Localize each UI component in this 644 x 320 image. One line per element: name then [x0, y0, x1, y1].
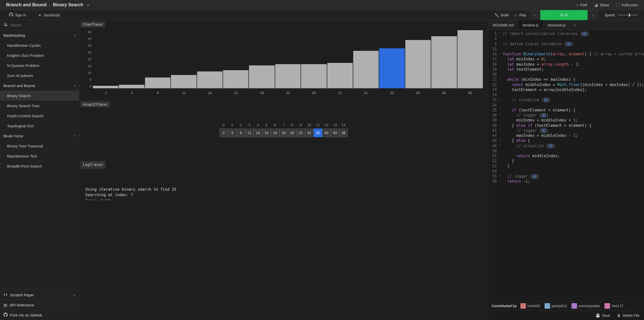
- code-line[interactable]: 4: [488, 36, 644, 41]
- play-button[interactable]: ▷ Play: [512, 10, 529, 20]
- nav-item[interactable]: Depth-Limited Search: [0, 111, 79, 121]
- code-line[interactable]: 44 maxIndex = middleIndex - 1;: [488, 133, 644, 138]
- scratch-paper-button[interactable]: Scratch Paper ▸: [0, 290, 79, 300]
- build-button[interactable]: 🔧 Build: [491, 10, 512, 20]
- file-tab[interactable]: iterative.js: [518, 20, 543, 30]
- fold-icon[interactable]: [499, 72, 503, 77]
- nav-item[interactable]: Binary Tree Traversal: [0, 141, 79, 151]
- contributor[interactable]: voronoipotato: [571, 303, 600, 309]
- api-reference-button[interactable]: ▤ API Reference: [0, 300, 79, 310]
- fold-icon[interactable]: [499, 57, 503, 62]
- file-tab[interactable]: recursive.js: [543, 20, 570, 30]
- next-step-button[interactable]: ›: [588, 10, 599, 20]
- code-line[interactable]: 46▸ // visualize {⇔}: [488, 143, 644, 148]
- fold-icon[interactable]: [499, 92, 503, 97]
- code-line[interactable]: 50: [488, 148, 644, 153]
- sign-in-button[interactable]: Sign In: [6, 10, 29, 20]
- fold-icon[interactable]: ▸: [499, 143, 503, 148]
- code-line[interactable]: 16▾function BinarySearch(array, element)…: [488, 52, 644, 57]
- fold-icon[interactable]: [499, 62, 503, 67]
- fold-icon[interactable]: ▸: [499, 97, 503, 102]
- language-button[interactable]: ★ JavaScript: [35, 10, 63, 20]
- nav-item[interactable]: Bipartiteness Test: [0, 151, 79, 161]
- code-line[interactable]: 51 return middleIndex;: [488, 153, 644, 158]
- nav-item[interactable]: Knight's Tour Problem: [0, 50, 79, 60]
- nav-category[interactable]: Brute Force▾: [0, 131, 79, 141]
- fold-icon[interactable]: [499, 158, 503, 164]
- code-line[interactable]: 54: [488, 169, 644, 174]
- fold-icon[interactable]: ▾: [499, 52, 503, 57]
- fold-icon[interactable]: [499, 133, 503, 138]
- code-line[interactable]: 20: [488, 72, 644, 77]
- fold-icon[interactable]: [499, 179, 503, 184]
- fold-icon[interactable]: ▸: [499, 31, 503, 36]
- code-line[interactable]: 35▾ if (testElement < element) {: [488, 108, 644, 113]
- code-line[interactable]: 23 testElement = array[middleIndex];: [488, 87, 644, 92]
- code-line[interactable]: 17 let minIndex = 0;: [488, 57, 644, 62]
- nav-item[interactable]: Breadth-First Search: [0, 161, 79, 171]
- code-line[interactable]: 21▾ while (minIndex <= maxIndex) {: [488, 77, 644, 82]
- code-line[interactable]: 52 }: [488, 158, 644, 164]
- nav-item[interactable]: Binary Search: [0, 91, 79, 101]
- nav-item[interactable]: N-Queens Problem: [0, 60, 79, 70]
- fork-github-button[interactable]: Fork me on GitHub: [0, 310, 79, 320]
- nav-item[interactable]: Hamiltonean Cycles: [0, 40, 79, 50]
- breadcrumb-category[interactable]: Branch and Bound: [6, 2, 47, 8]
- file-tab[interactable]: README.md: [488, 20, 518, 30]
- code-line[interactable]: 40▾ } else if (testElement > element) {: [488, 123, 644, 128]
- code-line[interactable]: 36▸ // logger {⇔}: [488, 113, 644, 118]
- nav-category[interactable]: Branch and Bound▾: [0, 81, 79, 91]
- fold-icon[interactable]: ▾: [499, 123, 503, 128]
- search-input[interactable]: [10, 23, 76, 27]
- fork-button[interactable]: ⑂ Fork: [576, 3, 587, 7]
- fold-icon[interactable]: ▸: [499, 128, 503, 133]
- fold-icon[interactable]: ▾: [499, 108, 503, 113]
- fold-icon[interactable]: ▸: [499, 174, 503, 179]
- code-line[interactable]: 55▸ // logger {⇔}: [488, 174, 644, 179]
- fold-icon[interactable]: [499, 82, 503, 87]
- fold-icon[interactable]: [499, 164, 503, 169]
- fold-icon[interactable]: [499, 87, 503, 92]
- nav-item[interactable]: Topological Sort: [0, 121, 79, 131]
- prev-step-button[interactable]: ‹: [529, 10, 540, 20]
- chevron-down-icon[interactable]: ▾: [87, 3, 89, 7]
- code-line[interactable]: 1▸// import visualization libraries {⇔}: [488, 31, 644, 36]
- nav-category[interactable]: Backtracking▾: [0, 30, 79, 40]
- fold-icon[interactable]: [499, 148, 503, 153]
- code-line[interactable]: 34: [488, 103, 644, 108]
- save-button[interactable]: 💾 Save: [596, 313, 610, 317]
- code-editor[interactable]: 1▸// import visualization libraries {⇔}4…: [488, 30, 644, 301]
- fold-icon[interactable]: [499, 103, 503, 108]
- nav-item[interactable]: Binary Search Tree: [0, 101, 79, 111]
- fold-icon[interactable]: [499, 47, 503, 52]
- speed-slider[interactable]: [618, 15, 638, 16]
- code-line[interactable]: 58 return -1;: [488, 179, 644, 184]
- code-line[interactable]: 39 minIndex = middleIndex + 1;: [488, 118, 644, 123]
- fold-icon[interactable]: ▸: [499, 42, 503, 47]
- breadcrumb-algorithm[interactable]: Binary Search: [53, 2, 83, 8]
- fold-icon[interactable]: [499, 118, 503, 123]
- fullscreen-button[interactable]: ⛶ Fullscreen: [616, 3, 638, 7]
- fold-icon[interactable]: [499, 153, 503, 158]
- share-button[interactable]: ◪ Share: [594, 3, 609, 7]
- code-line[interactable]: 45▾ } else {: [488, 138, 644, 143]
- fold-icon[interactable]: ▸: [499, 113, 503, 118]
- contributor[interactable]: parkjs814: [545, 303, 567, 309]
- fold-icon[interactable]: ▾: [499, 77, 503, 82]
- code-line[interactable]: 15: [488, 47, 644, 52]
- code-line[interactable]: 19 let testElement;: [488, 67, 644, 72]
- fold-icon[interactable]: [499, 36, 503, 41]
- code-line[interactable]: 18 let maxIndex = array.length - 1;: [488, 62, 644, 67]
- contributor[interactable]: Yee172: [604, 303, 623, 309]
- delete-button[interactable]: 🗑 Delete File: [617, 313, 639, 317]
- fold-icon[interactable]: [499, 169, 503, 174]
- slider-knob[interactable]: [629, 14, 630, 17]
- fold-icon[interactable]: ▾: [499, 138, 503, 143]
- code-line[interactable]: 22 const middleIndex = Math.floor((minIn…: [488, 82, 644, 87]
- code-line[interactable]: 41▸ // logger {⇔}: [488, 128, 644, 133]
- fold-icon[interactable]: [499, 67, 503, 72]
- code-line[interactable]: 24: [488, 92, 644, 97]
- code-line[interactable]: 53 }: [488, 164, 644, 169]
- nav-item[interactable]: Sum of subsets: [0, 70, 79, 81]
- contributor[interactable]: nem035: [520, 303, 540, 309]
